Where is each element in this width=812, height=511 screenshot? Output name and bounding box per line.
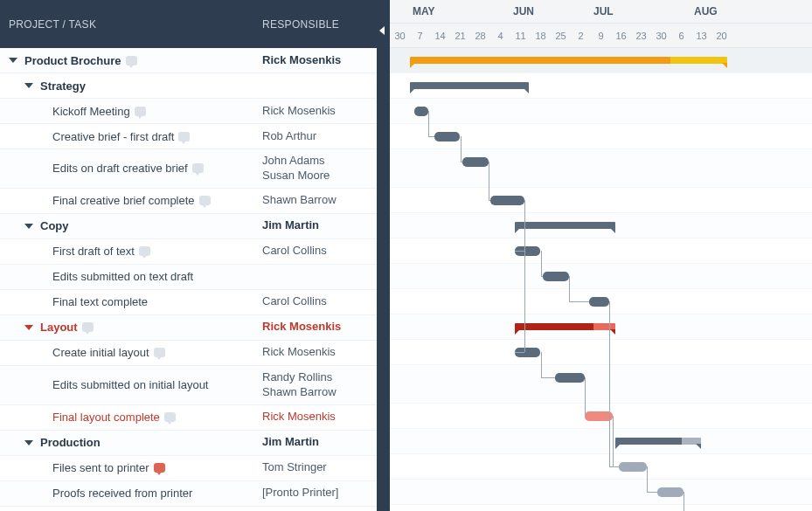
task-row[interactable]: Edits on draft creative briefJohn AdamsS… xyxy=(0,149,377,189)
task-label: Proofs received from printer xyxy=(52,487,192,500)
dependency-link xyxy=(541,352,542,377)
gantt-chart[interactable] xyxy=(390,48,812,511)
comment-icon[interactable] xyxy=(154,348,165,357)
task-bar[interactable] xyxy=(434,132,461,142)
task-row[interactable]: Files sent to printerTom Stringer xyxy=(0,456,377,481)
dependency-link xyxy=(609,466,620,467)
comment-icon[interactable] xyxy=(199,196,211,205)
gantt-row xyxy=(390,454,812,480)
dependency-link xyxy=(684,492,684,511)
group-row[interactable]: Strategy xyxy=(0,73,377,99)
panel-divider[interactable] xyxy=(377,0,390,511)
summary-bar[interactable] xyxy=(410,57,727,64)
day-cell: 28 xyxy=(470,31,490,41)
chevron-down-icon[interactable] xyxy=(9,58,17,63)
task-row[interactable]: Final text completeCarol Collins xyxy=(0,290,377,315)
task-bar[interactable] xyxy=(619,462,647,472)
day-cell: 9 xyxy=(591,31,611,41)
comment-icon[interactable] xyxy=(82,322,94,332)
summary-bar[interactable] xyxy=(615,438,702,445)
task-label: Edits submitted on initial layout xyxy=(52,378,208,391)
responsible-label: Randy RollinsShawn Barrow xyxy=(262,370,377,400)
group-row[interactable]: ProductionJim Martin xyxy=(0,431,377,456)
task-label: Final layout complete xyxy=(52,411,160,424)
comment-icon[interactable] xyxy=(192,163,204,173)
task-row[interactable]: Proofs received from printer[Pronto Prin… xyxy=(0,481,377,507)
dependency-link xyxy=(541,276,543,277)
task-row[interactable]: Create initial layoutRick Mosenkis xyxy=(0,341,377,366)
header-task-col: PROJECT / TASK xyxy=(0,18,262,31)
gantt-row xyxy=(390,340,812,365)
chevron-down-icon[interactable] xyxy=(24,325,33,330)
task-bar[interactable] xyxy=(657,487,684,497)
gantt-row xyxy=(390,238,812,264)
task-row[interactable]: Edits submitted on initial layoutRandy R… xyxy=(0,366,377,405)
responsible-label: Jim Martin xyxy=(262,435,377,450)
group-row[interactable]: CopyJim Martin xyxy=(0,214,377,239)
task-bar[interactable] xyxy=(462,157,489,167)
month-cell: MAY xyxy=(410,5,510,17)
collapse-left-icon[interactable] xyxy=(379,26,385,35)
dependency-link xyxy=(613,416,614,466)
task-label: Edits on draft creative brief xyxy=(52,162,188,175)
day-cell: 21 xyxy=(450,31,470,41)
gantt-row xyxy=(390,264,812,289)
comment-icon[interactable] xyxy=(164,412,176,422)
gantt-row xyxy=(390,124,812,149)
day-cell: 6 xyxy=(671,31,691,41)
task-label: Create initial layout xyxy=(52,346,149,359)
task-bar[interactable] xyxy=(490,196,524,205)
dependency-link xyxy=(524,200,525,352)
task-bar[interactable] xyxy=(555,373,586,383)
dependency-link xyxy=(541,251,542,276)
summary-bar[interactable] xyxy=(515,323,615,330)
summary-bar[interactable] xyxy=(515,222,615,229)
responsible-label: Carol Collins xyxy=(262,294,377,309)
comment-icon[interactable] xyxy=(126,56,137,66)
task-row[interactable]: Kickoff MeetingRick Mosenkis xyxy=(0,99,377,124)
dependency-link xyxy=(428,111,429,136)
task-label: Final text complete xyxy=(52,295,148,308)
responsible-label: Rob Arthur xyxy=(262,129,377,144)
summary-bar[interactable] xyxy=(410,82,529,89)
task-row[interactable]: Final creative brief completeShawn Barro… xyxy=(0,189,377,214)
task-row[interactable]: Final brochure back from printerJim Mart… xyxy=(0,507,377,511)
responsible-label: Tom Stringer xyxy=(262,460,377,475)
gantt-row xyxy=(390,365,812,404)
dependency-link xyxy=(585,377,586,416)
responsible-label: Rick Mosenkis xyxy=(262,410,377,425)
task-bar[interactable] xyxy=(414,107,428,116)
group-row[interactable]: Product BrochureRick Mosenkis xyxy=(0,48,377,73)
responsible-label: John AdamsSusan Moore xyxy=(262,154,377,183)
task-label: Files sent to printer xyxy=(52,461,149,474)
day-cell: 4 xyxy=(490,31,510,41)
gantt-row xyxy=(390,99,812,124)
day-cell: 23 xyxy=(631,31,651,41)
chevron-down-icon[interactable] xyxy=(24,440,33,445)
comment-icon[interactable] xyxy=(178,132,190,142)
gantt-row xyxy=(390,480,812,505)
chevron-down-icon[interactable] xyxy=(24,83,33,88)
comment-icon[interactable] xyxy=(154,463,165,473)
day-cell: 13 xyxy=(691,31,711,41)
gantt-row xyxy=(390,213,812,238)
day-cell: 30 xyxy=(390,31,410,41)
comment-icon[interactable] xyxy=(139,246,150,256)
task-bar[interactable] xyxy=(543,272,569,281)
dependency-link xyxy=(609,301,610,466)
task-row[interactable]: Edits submitted on text draft xyxy=(0,265,377,290)
chevron-down-icon[interactable] xyxy=(24,224,33,229)
gantt-row xyxy=(390,48,812,73)
task-row[interactable]: Final layout completeRick Mosenkis xyxy=(0,405,377,431)
task-row[interactable]: First draft of textCarol Collins xyxy=(0,239,377,265)
responsible-label: Shawn Barrow xyxy=(262,193,377,208)
task-label: Product Brochure xyxy=(24,54,121,67)
group-row[interactable]: LayoutRick Mosenkis xyxy=(0,315,377,341)
month-cell: AUG xyxy=(691,5,772,17)
comment-icon[interactable] xyxy=(135,107,146,116)
day-cell: 18 xyxy=(531,31,551,41)
task-bar[interactable] xyxy=(589,297,609,307)
task-row[interactable]: Creative brief - first draftRob Arthur xyxy=(0,124,377,149)
task-label: Kickoff Meeting xyxy=(52,105,130,118)
task-label: Copy xyxy=(40,219,69,232)
